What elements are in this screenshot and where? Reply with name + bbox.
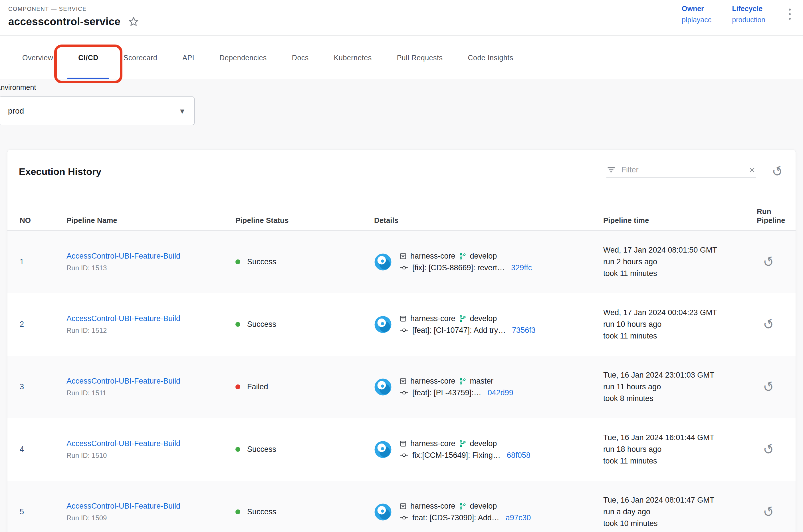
- commit-sha-link[interactable]: 7356f3: [512, 326, 536, 335]
- tab-code-insights[interactable]: Code Insights: [455, 36, 525, 79]
- pipeline-status-cell: Failed: [235, 382, 374, 391]
- time-ran: run 11 hours ago: [603, 381, 757, 393]
- row-number-link[interactable]: 3: [20, 382, 66, 391]
- environment-dropdown[interactable]: prod ▾: [0, 96, 195, 125]
- tab-api[interactable]: API: [170, 36, 207, 79]
- owner-link[interactable]: plplayacc: [682, 16, 711, 24]
- time-took: took 11 minutes: [603, 268, 757, 280]
- repo-name: harness-core: [410, 377, 455, 385]
- table-header: NO Pipeline Name Pipeline Status Details…: [7, 195, 796, 231]
- tab-docs[interactable]: Docs: [279, 36, 321, 79]
- tab-pull-requests[interactable]: Pull Requests: [384, 36, 455, 79]
- tab-label: Docs: [292, 54, 309, 62]
- filter-input[interactable]: [621, 165, 743, 175]
- pipeline-time-cell: Wed, 17 Jan 2024 08:01:50 GMT run 2 hour…: [603, 244, 757, 280]
- run-pipeline-button[interactable]: ↺: [761, 379, 776, 395]
- time-ran: run a day ago: [603, 506, 757, 518]
- run-pipeline-button[interactable]: ↺: [761, 441, 776, 457]
- status-text: Failed: [247, 382, 268, 391]
- repo-name: harness-core: [410, 502, 455, 511]
- time-date: Wed, 17 Jan 2024 00:04:23 GMT: [603, 307, 757, 319]
- table-row: 4 AccessControl-UBI-Feature-Build Run ID…: [7, 418, 796, 481]
- git-branch-icon: [459, 377, 466, 385]
- tab-label: Overview: [22, 54, 53, 62]
- page-body: Environment prod ▾ Execution History × ↺…: [0, 79, 803, 532]
- time-ran: run 10 hours ago: [603, 319, 757, 330]
- time-took: took 11 minutes: [603, 455, 757, 467]
- environment-label: Environment: [0, 79, 796, 92]
- tab-overview[interactable]: Overview: [10, 36, 65, 79]
- filter-box: ×: [606, 165, 756, 178]
- tab-bar: Overview CI/CD Scorecard API Dependencie…: [0, 36, 803, 79]
- owner-label: Owner: [682, 4, 711, 13]
- tab-label: API: [182, 54, 194, 62]
- pipeline-status-cell: Success: [235, 508, 374, 516]
- git-commit-icon: [399, 514, 409, 521]
- git-branch-icon: [459, 440, 466, 448]
- time-ran: run 2 hours ago: [603, 256, 757, 268]
- time-took: took 11 minutes: [603, 330, 757, 342]
- git-branch-icon: [459, 315, 466, 323]
- row-number-link[interactable]: 4: [20, 445, 66, 454]
- harness-pipeline-icon: [374, 441, 392, 458]
- commit-sha-link[interactable]: 68f058: [507, 451, 531, 460]
- run-pipeline-cell: ↺: [757, 255, 790, 269]
- run-id: Run ID: 1512: [66, 326, 235, 335]
- lifecycle-block: Lifecycle production: [732, 4, 765, 24]
- commit-sha-link[interactable]: a97c30: [506, 513, 531, 522]
- owner-block: Owner plplayacc: [682, 4, 711, 24]
- commit-message: [fix]: [CDS-88669]: revert…: [412, 263, 505, 272]
- details-cell: harness-core master: [374, 377, 603, 397]
- repo-name: harness-core: [410, 314, 455, 323]
- favorite-star-icon[interactable]: [128, 16, 139, 27]
- git-branch-icon: [459, 502, 466, 510]
- pipeline-name-link[interactable]: AccessControl-UBI-Feature-Build: [66, 377, 235, 385]
- tab-scorecard[interactable]: Scorecard: [111, 36, 170, 79]
- table-row: 5 AccessControl-UBI-Feature-Build Run ID…: [7, 481, 796, 532]
- tab-dependencies[interactable]: Dependencies: [207, 36, 279, 79]
- details-cell: harness-core develop: [374, 502, 603, 522]
- run-id: Run ID: 1513: [66, 264, 235, 272]
- column-header-pipeline-name: Pipeline Name: [66, 216, 235, 225]
- branch-name: develop: [470, 502, 497, 511]
- harness-pipeline-icon: [374, 503, 392, 521]
- tab-label: CI/CD: [78, 54, 98, 62]
- tab-cicd[interactable]: CI/CD: [65, 36, 111, 79]
- pipeline-name-cell: AccessControl-UBI-Feature-Build Run ID: …: [66, 252, 235, 272]
- run-pipeline-button[interactable]: ↺: [761, 254, 776, 270]
- tab-label: Pull Requests: [397, 54, 443, 62]
- run-pipeline-button[interactable]: ↺: [761, 316, 776, 332]
- column-header-no: NO: [20, 216, 66, 225]
- commit-sha-link[interactable]: 329ffc: [511, 263, 532, 272]
- environment-selected-value: prod: [8, 107, 24, 116]
- row-number-link[interactable]: 5: [20, 508, 66, 516]
- git-commit-icon: [399, 264, 409, 271]
- run-pipeline-button[interactable]: ↺: [761, 504, 776, 520]
- lifecycle-label: Lifecycle: [732, 4, 765, 13]
- tab-kubernetes[interactable]: Kubernetes: [321, 36, 384, 79]
- row-number-link[interactable]: 2: [20, 320, 66, 329]
- table-row: 2 AccessControl-UBI-Feature-Build Run ID…: [7, 293, 796, 356]
- run-pipeline-cell: ↺: [757, 506, 790, 518]
- refresh-icon[interactable]: ↺: [770, 164, 785, 179]
- run-id: Run ID: 1509: [66, 514, 235, 522]
- commit-sha-link[interactable]: 042d99: [488, 388, 513, 397]
- kebab-menu-icon[interactable]: [786, 4, 794, 24]
- row-number-link[interactable]: 1: [20, 258, 66, 266]
- execution-history-card: Execution History × ↺ NO Pipeline Name P…: [7, 149, 796, 532]
- repository-icon: [399, 502, 407, 510]
- run-id: Run ID: 1510: [66, 452, 235, 459]
- pipeline-name-link[interactable]: AccessControl-UBI-Feature-Build: [66, 314, 235, 323]
- pipeline-name-link[interactable]: AccessControl-UBI-Feature-Build: [66, 439, 235, 448]
- app-header: COMPONENT — SERVICE accesscontrol-servic…: [0, 0, 803, 36]
- clear-filter-icon[interactable]: ×: [748, 165, 756, 175]
- pipeline-name-link[interactable]: AccessControl-UBI-Feature-Build: [66, 502, 235, 511]
- execution-history-title: Execution History: [19, 166, 101, 177]
- branch-name: master: [470, 377, 494, 385]
- pipeline-time-cell: Tue, 16 Jan 2024 08:01:47 GMT run a day …: [603, 494, 757, 529]
- git-commit-icon: [399, 452, 409, 459]
- pipeline-name-link[interactable]: AccessControl-UBI-Feature-Build: [66, 252, 235, 261]
- time-took: took 8 minutes: [603, 393, 757, 404]
- repository-icon: [399, 377, 407, 385]
- harness-pipeline-icon: [374, 316, 392, 334]
